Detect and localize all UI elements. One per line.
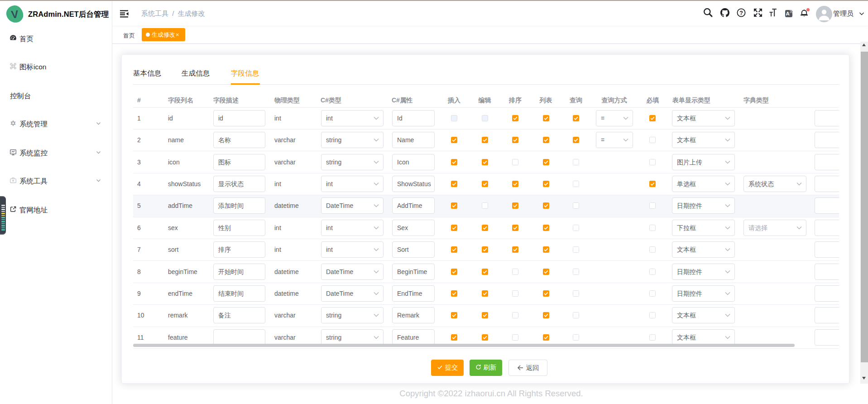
svg-text:?: ? [739, 10, 743, 16]
